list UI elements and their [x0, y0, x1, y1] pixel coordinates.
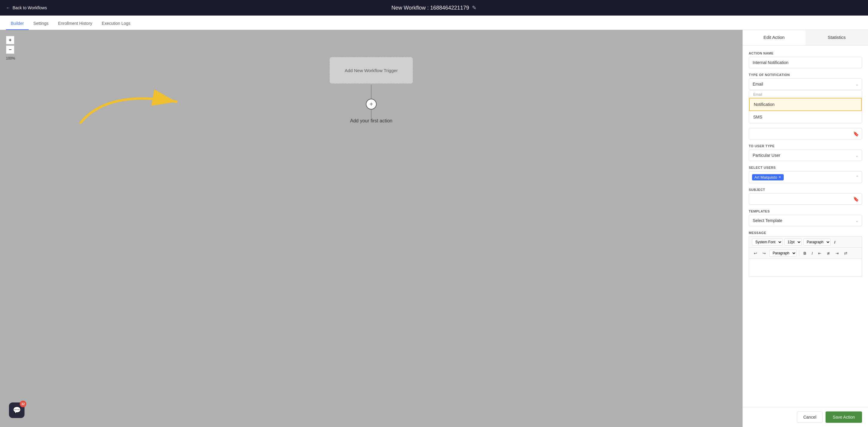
panel-body: ACTION NAME TYPE OF NOTIFICATION Email N…: [743, 46, 868, 407]
user-tag-label: Art Malquisto: [754, 175, 777, 179]
users-chevron-icon: ⌃: [856, 175, 859, 179]
subject-tag-icon: 🔖: [853, 196, 859, 202]
save-action-button[interactable]: Save Action: [826, 411, 862, 423]
font-size-select[interactable]: 12pt: [784, 238, 802, 246]
align-right-button[interactable]: ⇥: [834, 250, 840, 256]
to-user-type-select-wrapper: Particular User All Users: [749, 150, 862, 161]
action-name-label: ACTION NAME: [749, 52, 862, 55]
tab-statistics[interactable]: Statistics: [806, 30, 868, 45]
user-tag-art: Art Malquisto ✕: [752, 174, 784, 180]
zoom-in-button[interactable]: +: [6, 36, 14, 44]
message-toolbar-row2: ↩ ↪ Paragraph B I ⇤ ≢ ⇥ ⇄: [749, 248, 862, 259]
dropdown-email-group-label: Email: [749, 91, 862, 98]
connector-line-2: [371, 110, 372, 118]
back-label: Back to Workflows: [12, 5, 47, 10]
zoom-out-button[interactable]: −: [6, 46, 14, 54]
message-toolbar-row1: System Font 12pt Paragraph I: [749, 236, 862, 248]
subject-field: SUBJECT 🔖: [749, 188, 862, 205]
dropdown-item-sms[interactable]: SMS: [749, 111, 862, 123]
templates-field: TEMPLATES Select Template: [749, 209, 862, 226]
plus-icon: +: [369, 101, 373, 108]
notification-type-select[interactable]: Email Notification SMS: [749, 78, 862, 90]
subject-label: SUBJECT: [749, 188, 862, 192]
user-tag-remove[interactable]: ✕: [778, 175, 781, 179]
to-user-type-field: TO USER TYPE Particular User All Users: [749, 144, 862, 161]
main-layout: + − 100% Add New Workflow Trigger + Add …: [0, 30, 868, 427]
redo-button[interactable]: ↪: [761, 250, 768, 256]
action-name-input[interactable]: [749, 57, 862, 68]
panel-tabs: Edit Action Statistics: [743, 30, 868, 46]
align-left-button[interactable]: ⇤: [816, 250, 823, 256]
canvas-area: + − 100% Add New Workflow Trigger + Add …: [0, 30, 742, 427]
notification-type-dropdown: Email Notification SMS: [749, 90, 862, 123]
align-center-button[interactable]: ≢: [825, 250, 832, 256]
type-of-notification-field: TYPE OF NOTIFICATION Email Notification …: [749, 73, 862, 123]
undo-button[interactable]: ↩: [752, 250, 759, 256]
message-label: MESSAGE: [749, 231, 862, 235]
toolbar-divider: [799, 250, 799, 256]
cancel-button[interactable]: Cancel: [797, 411, 823, 423]
to-user-type-label: TO USER TYPE: [749, 144, 862, 148]
italic-button[interactable]: I: [810, 250, 814, 256]
notification-input-field: 🔖: [749, 128, 862, 139]
tag-icon: 🔖: [853, 131, 859, 137]
align-justify-button[interactable]: ⇄: [842, 250, 849, 256]
back-arrow-icon: ←: [6, 5, 10, 10]
add-action-label: Add your first action: [350, 118, 392, 123]
topbar: ← Back to Workflows New Workflow : 16884…: [0, 0, 868, 16]
notification-type-select-wrapper: Email Notification SMS: [749, 78, 862, 90]
templates-select[interactable]: Select Template: [749, 215, 862, 226]
tab-execution-logs[interactable]: Execution Logs: [97, 17, 135, 30]
to-user-type-select[interactable]: Particular User All Users: [749, 150, 862, 161]
users-tag-input[interactable]: Art Malquisto ✕ ⌃: [749, 171, 862, 183]
message-field: MESSAGE System Font 12pt Paragraph I: [749, 231, 862, 277]
workflow-trigger-node[interactable]: Add New Workflow Trigger: [330, 57, 413, 84]
italic-format-button[interactable]: I: [832, 239, 837, 245]
select-users-field: SELECT USERS Art Malquisto ✕ ⌃: [749, 166, 862, 183]
tab-settings[interactable]: Settings: [29, 17, 54, 30]
connector-line: [371, 85, 372, 99]
subject-input[interactable]: [749, 193, 862, 205]
chat-icon: 💬: [13, 406, 21, 414]
font-family-select[interactable]: System Font: [752, 238, 782, 246]
subject-input-wrapper: 🔖: [749, 193, 862, 205]
page-title: New Workflow : 1688464221179 ✎: [392, 4, 477, 11]
paragraph-style-select[interactable]: Paragraph: [769, 250, 797, 257]
notification-text-input[interactable]: [749, 128, 862, 139]
chat-badge: 32: [20, 401, 26, 407]
tab-enrollment-history[interactable]: Enrollment History: [53, 17, 97, 30]
select-users-label: SELECT USERS: [749, 166, 862, 169]
tab-builder[interactable]: Builder: [6, 17, 29, 30]
panel-footer: Cancel Save Action: [743, 407, 868, 427]
canvas-controls: + − 100%: [6, 36, 15, 60]
action-name-field: ACTION NAME: [749, 52, 862, 68]
nav-tabs: Builder Settings Enrollment History Exec…: [0, 16, 868, 30]
title-edit-icon[interactable]: ✎: [472, 4, 476, 11]
paragraph-select[interactable]: Paragraph: [803, 238, 831, 246]
dropdown-item-notification[interactable]: Notification: [749, 98, 862, 111]
templates-label: TEMPLATES: [749, 209, 862, 213]
back-button[interactable]: ← Back to Workflows: [6, 5, 47, 10]
chat-widget[interactable]: 💬 32: [9, 402, 25, 418]
bold-button[interactable]: B: [802, 250, 808, 256]
templates-select-wrapper: Select Template: [749, 215, 862, 226]
type-notification-label: TYPE OF NOTIFICATION: [749, 73, 862, 77]
tab-edit-action[interactable]: Edit Action: [743, 30, 806, 45]
add-action-button[interactable]: +: [366, 99, 377, 110]
zoom-level: 100%: [6, 56, 15, 60]
arrow-annotation: [63, 78, 212, 138]
right-panel: Edit Action Statistics ACTION NAME TYPE …: [742, 30, 868, 427]
message-textarea[interactable]: [749, 259, 862, 277]
